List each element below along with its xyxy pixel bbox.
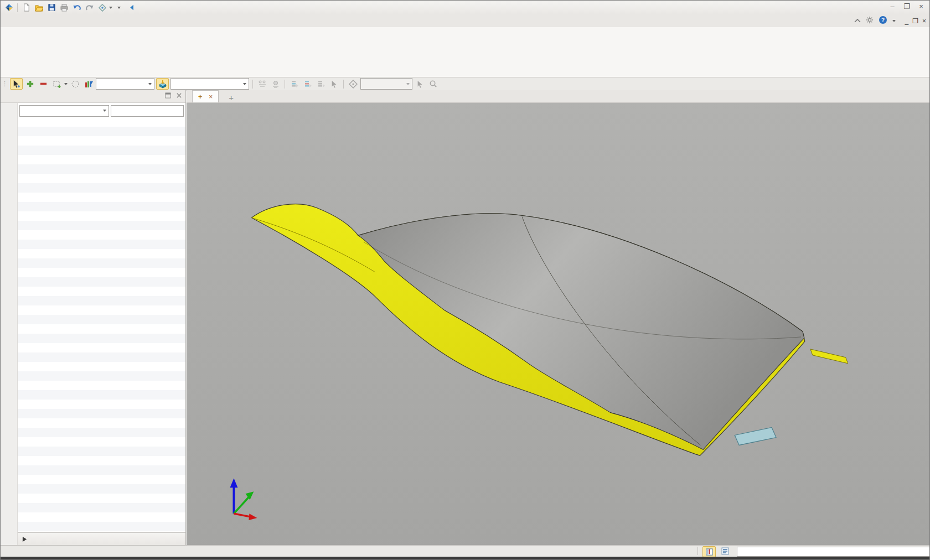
redo-button[interactable] — [84, 2, 96, 13]
filter-icon[interactable] — [82, 79, 94, 89]
print-button[interactable] — [58, 2, 70, 13]
window-close-button[interactable]: × — [916, 2, 926, 11]
manager-close-button[interactable] — [176, 92, 182, 100]
title-bar: – ❐ × — [1, 1, 929, 14]
document-tab[interactable]: + × — [192, 90, 219, 102]
toolbar-grip[interactable]: ⋮ — [2, 80, 7, 87]
settings-gear-icon[interactable] — [866, 16, 874, 25]
inspect-icon — [427, 79, 439, 89]
status-bar — [1, 545, 929, 559]
marquee-dropdown-icon[interactable] — [64, 83, 68, 85]
command-list-icon[interactable] — [719, 546, 731, 556]
doc-close-button[interactable]: × — [922, 17, 926, 25]
manager-side-strip — [1, 103, 18, 545]
pick-cursor-icon[interactable] — [10, 78, 23, 90]
svg-text:?: ? — [881, 17, 884, 23]
scope-select[interactable] — [170, 78, 249, 90]
doc-restore-button[interactable]: ❐ — [912, 17, 918, 25]
pick-last-icon — [414, 79, 426, 89]
stack-filter-1-icon — [288, 79, 300, 89]
manager-panel — [1, 90, 186, 545]
yellow-edge-part[interactable] — [810, 349, 848, 364]
lasso-select-icon[interactable] — [69, 79, 81, 89]
add-select-icon[interactable] — [24, 79, 36, 89]
zw3d-window: – ❐ × ? _ ❐ × ⋮ — [0, 0, 930, 560]
ribbon-tab-bar — [1, 14, 929, 27]
window-maximize-button[interactable]: ❐ — [902, 2, 912, 11]
constraint-icon — [270, 79, 281, 89]
toolbar-options-button[interactable] — [113, 2, 125, 13]
play-icon — [22, 537, 27, 542]
divider — [17, 3, 18, 12]
tree-search-box[interactable] — [111, 105, 184, 117]
document-tab-bar: + × + — [187, 90, 929, 103]
entity-filter-select[interactable] — [96, 78, 154, 90]
selection-toolbar: ⋮ — [1, 77, 929, 91]
tree-filter-select[interactable] — [19, 105, 109, 117]
command-input[interactable] — [737, 547, 930, 557]
document-icon: + — [198, 93, 202, 101]
snap-select — [360, 78, 412, 90]
viewport[interactable] — [187, 103, 929, 545]
stack-filter-3-icon — [315, 79, 327, 89]
measure-tool-icon[interactable] — [702, 546, 716, 557]
doc-minimize-button[interactable]: _ — [905, 17, 909, 25]
manager-header — [1, 90, 185, 103]
teal-plate-part[interactable] — [735, 428, 776, 445]
replay-bar[interactable] — [18, 532, 185, 545]
manager-float-button[interactable] — [165, 92, 171, 100]
window-minimize-button[interactable]: – — [887, 2, 897, 11]
help-icon[interactable]: ? — [879, 15, 887, 26]
new-tab-button[interactable]: + — [226, 93, 236, 102]
save-button[interactable] — [45, 2, 58, 13]
pick-filter-button[interactable] — [96, 2, 108, 13]
collapse-ribbon-button[interactable] — [854, 17, 861, 25]
open-file-button[interactable] — [33, 2, 45, 13]
back-button[interactable] — [126, 2, 138, 13]
window-bottom-edge — [1, 557, 929, 559]
close-tab-icon[interactable]: × — [209, 93, 213, 101]
zw3d-logo-icon — [3, 2, 15, 13]
ribbon — [1, 27, 929, 77]
stack-filter-2-icon — [302, 79, 313, 89]
undo-button[interactable] — [71, 2, 83, 13]
remove-select-icon[interactable] — [38, 79, 49, 89]
snap-mode-icon — [347, 79, 359, 89]
marquee-select-icon[interactable] — [51, 79, 63, 89]
chevron-down-icon[interactable] — [109, 7, 112, 9]
new-file-button[interactable] — [20, 2, 32, 13]
pick-scope-icon[interactable] — [156, 78, 169, 90]
pointer-mode-icon — [328, 79, 340, 89]
history-tree — [18, 117, 185, 532]
help-dropdown-icon[interactable] — [892, 20, 896, 22]
model-3d-view — [187, 103, 929, 545]
align-tools-icon — [256, 79, 268, 89]
axis-triad — [230, 478, 257, 520]
